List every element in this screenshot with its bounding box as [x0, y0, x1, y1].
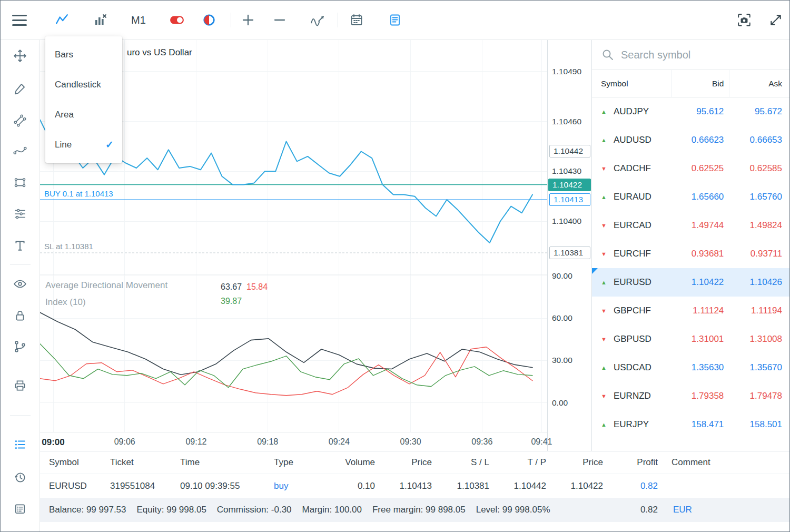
time-axis[interactable]: 09:0009:0609:1209:1809:2409:3009:3609:41 [40, 432, 547, 451]
shapes-tool-button[interactable] [9, 172, 31, 193]
down-arrow-icon: ▼ [601, 165, 608, 172]
market-watch-row-usdcad[interactable]: ▲USDCAD1.356301.35670 [592, 353, 790, 382]
print-button[interactable] [9, 375, 31, 396]
market-watch-row-gbpchf[interactable]: ▼GBPCHF1.111241.11194 [592, 297, 790, 325]
trading-toggle-button[interactable] [166, 9, 187, 31]
ask-value: 0.66653 [729, 135, 790, 145]
journal-button[interactable] [9, 498, 31, 519]
symbol-cell: ▼EURNZD [592, 391, 671, 401]
down-arrow-icon: ▼ [601, 336, 608, 342]
selected-corner [592, 268, 598, 274]
column-ask[interactable]: Ask [729, 70, 790, 97]
equity-value: Equity: 99 998.05 [137, 505, 206, 515]
crosshair-tool-button[interactable] [9, 45, 31, 66]
stop-loss-label[interactable]: SL at 1.10381 [43, 242, 95, 251]
up-arrow-icon: ▲ [601, 109, 608, 115]
search-symbol-input[interactable] [621, 49, 783, 61]
dropdown-item-bars[interactable]: Bars [45, 40, 122, 70]
market-watch-row-euraud[interactable]: ▲EURAUD1.656601.65760 [592, 183, 790, 211]
margin-value: Margin: 100.00 [302, 505, 362, 515]
down-arrow-icon: ▼ [601, 251, 608, 257]
lock-icon [13, 309, 27, 322]
free-margin-value: Free margin: 99 898.05 [372, 505, 466, 515]
plus-di-line [40, 347, 532, 396]
position-tp: 1.10442 [494, 481, 551, 491]
main-menu-button[interactable] [9, 9, 30, 31]
indicators-button[interactable] [307, 9, 328, 31]
symbol-name: AUDUSD [614, 135, 651, 145]
down-arrow-icon: ▼ [601, 393, 608, 399]
document-icon [388, 13, 402, 27]
lock-button[interactable] [9, 305, 31, 326]
eye-icon [13, 277, 27, 291]
chart-area: uro vs US Dollar BUY 0.1 at 1.10413 SL a… [40, 40, 591, 451]
objects-tree-button[interactable] [9, 336, 31, 357]
dropdown-item-line[interactable]: Line✓ [45, 130, 122, 160]
bid-value: 1.10422 [671, 277, 729, 288]
trade-panel-button[interactable] [9, 434, 31, 455]
curve-tool-button[interactable] [9, 141, 31, 162]
position-sl: 1.10381 [437, 481, 494, 491]
dropdown-item-candlestick[interactable]: Candlestick [45, 70, 122, 100]
channel-tool-button[interactable] [9, 110, 31, 131]
position-open-price: 1.10413 [380, 481, 437, 491]
news-button[interactable] [384, 9, 406, 31]
market-watch-row-eurchf[interactable]: ▼EURCHF0.936810.93711 [592, 240, 790, 268]
screenshot-button[interactable] [734, 9, 755, 31]
bar-chart-x-icon [93, 13, 107, 27]
trade-panel: Symbol Ticket Time Type Volume Price S /… [40, 451, 790, 532]
price-axis[interactable]: 1.104901.104601.104421.104301.104221.104… [547, 40, 591, 451]
ask-value: 1.10426 [729, 277, 790, 288]
position-symbol: EURUSD [40, 481, 101, 491]
pencil-icon [13, 82, 27, 95]
market-watch-row-eurcad[interactable]: ▼EURCAD1.497441.49824 [592, 211, 790, 240]
calendar-button[interactable] [346, 9, 367, 31]
market-watch-row-eurnzd[interactable]: ▼EURNZD1.793581.79478 [592, 382, 790, 410]
chart-type-button[interactable] [52, 9, 73, 31]
text-tool-button[interactable] [9, 235, 31, 256]
visibility-button[interactable] [9, 273, 31, 294]
column-bid[interactable]: Bid [671, 70, 729, 97]
zoom-out-button[interactable] [269, 9, 290, 31]
bid-value: 0.93681 [671, 249, 729, 259]
symbol-cell: ▲AUDUSD [592, 135, 671, 145]
timeframe-button[interactable]: M1 [128, 9, 149, 31]
branch-icon [13, 340, 27, 353]
remove-indicators-button[interactable] [90, 9, 111, 31]
dropdown-item-area[interactable]: Area [45, 100, 122, 130]
indicator-pane[interactable] [40, 274, 547, 432]
brush-tool-button[interactable] [9, 78, 31, 99]
top-toolbar: M1 [1, 1, 789, 40]
hlines-tool-button[interactable] [9, 203, 31, 224]
list-icon [13, 438, 27, 451]
col-comment: Comment [663, 457, 790, 468]
buy-position-label[interactable]: BUY 0.1 at 1.10413 [43, 189, 115, 198]
up-arrow-icon: ▲ [601, 137, 608, 143]
journal-icon [13, 502, 27, 516]
market-watch-row-eurusd[interactable]: ▲EURUSD1.104221.10426 [592, 268, 790, 297]
market-watch-row-audusd[interactable]: ▲AUDUSD0.666230.66653 [592, 126, 790, 154]
symbol-cell: ▼EURCAD [592, 220, 671, 231]
bid-value: 1.11124 [671, 306, 729, 316]
zoom-in-button[interactable] [238, 9, 259, 31]
bid-value: 0.66623 [671, 135, 729, 145]
time-axis-label: 09:12 [185, 437, 206, 447]
col-time: Time [166, 457, 264, 468]
fullscreen-button[interactable] [765, 9, 786, 31]
bid-value: 95.612 [671, 106, 729, 117]
level-value: Level: 99 998.05% [476, 505, 550, 515]
market-watch-row-audjpy[interactable]: ▲AUDJPY95.61295.672 [592, 97, 790, 126]
market-watch-row-eurjpy[interactable]: ▲EURJPY158.471158.501 [592, 410, 790, 439]
position-ticket: 319551084 [101, 481, 166, 491]
curve-icon [13, 144, 27, 158]
history-button[interactable] [9, 467, 31, 488]
bid-value: 1.65660 [671, 192, 729, 202]
market-depth-button[interactable] [199, 9, 220, 31]
pane-separator[interactable] [40, 274, 591, 274]
market-watch-row-cadchf[interactable]: ▼CADCHF0.625250.62585 [592, 154, 790, 183]
market-watch-row-gbpusd[interactable]: ▼GBPUSD1.310011.31008 [592, 325, 790, 353]
position-row[interactable]: EURUSD 319551084 09.10 09:39:55 buy 0.10… [40, 474, 790, 498]
symbol-cell: ▼EURCHF [592, 249, 671, 259]
rectangle-shape-icon [13, 175, 27, 189]
col-symbol: Symbol [40, 457, 101, 468]
